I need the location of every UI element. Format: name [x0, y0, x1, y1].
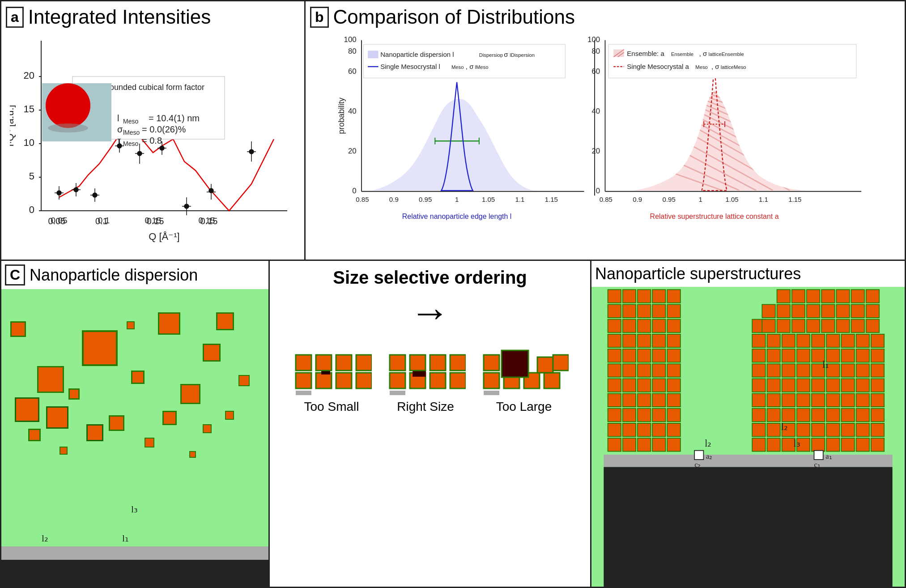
chart-b: 0 20 40 60 80 100 probability 0.85 0.9 0… — [310, 32, 900, 238]
svg-rect-277 — [767, 364, 780, 377]
svg-rect-267 — [752, 349, 766, 362]
svg-rect-317 — [826, 423, 840, 437]
svg-rect-226 — [638, 423, 651, 437]
svg-rect-253 — [807, 320, 820, 333]
svg-rect-222 — [652, 409, 666, 422]
svg-rect-201 — [638, 349, 651, 362]
svg-rect-301 — [856, 394, 870, 407]
svg-rect-241 — [762, 304, 775, 318]
svg-text:l: l — [117, 113, 119, 123]
sso-right-size: Right Size — [385, 339, 466, 414]
svg-rect-199 — [608, 349, 621, 362]
svg-text:= 10.4(1) nm: = 10.4(1) nm — [149, 113, 200, 123]
svg-rect-203 — [667, 349, 681, 362]
svg-rect-176 — [553, 355, 569, 371]
svg-rect-331 — [604, 467, 892, 587]
svg-rect-209 — [608, 379, 621, 392]
svg-text:5: 5 — [29, 170, 34, 182]
svg-text:l₂: l₂ — [705, 438, 711, 449]
svg-rect-302 — [871, 394, 885, 407]
chart-b-svg: 0 20 40 60 80 100 probability 0.85 0.9 0… — [310, 32, 900, 238]
svg-rect-259 — [767, 334, 780, 348]
svg-point-30 — [93, 193, 97, 197]
dispersion-scene: l₂ l₁ l₃ — [1, 285, 268, 587]
panel-middle: Size selective ordering → — [270, 261, 591, 587]
svg-rect-328 — [856, 438, 870, 452]
svg-rect-150 — [316, 373, 332, 388]
svg-rect-265 — [856, 334, 870, 348]
svg-rect-298 — [812, 394, 825, 407]
svg-rect-228 — [667, 423, 681, 437]
svg-rect-167 — [450, 355, 466, 371]
svg-rect-234 — [777, 290, 791, 303]
svg-rect-236 — [807, 290, 820, 303]
svg-rect-219 — [608, 409, 621, 422]
svg-rect-305 — [782, 409, 795, 422]
svg-rect-274 — [856, 349, 870, 362]
svg-rect-173 — [502, 350, 528, 377]
svg-rect-330 — [604, 455, 892, 467]
svg-rect-308 — [826, 409, 840, 422]
svg-rect-248 — [866, 304, 880, 318]
svg-rect-251 — [777, 320, 791, 333]
svg-rect-177 — [484, 391, 499, 395]
svg-rect-168 — [390, 391, 405, 395]
svg-rect-273 — [841, 349, 855, 362]
svg-rect-194 — [608, 334, 621, 348]
svg-rect-307 — [812, 409, 825, 422]
svg-rect-224 — [608, 423, 621, 437]
svg-text:100: 100 — [587, 35, 600, 44]
sso-title: Size selective ordering — [333, 268, 527, 287]
svg-rect-240 — [866, 290, 880, 303]
svg-rect-195 — [623, 334, 636, 348]
svg-rect-318 — [841, 423, 855, 437]
svg-rect-250 — [762, 320, 775, 333]
svg-rect-313 — [767, 423, 780, 437]
sso-too-small: Too Small — [291, 339, 372, 414]
svg-text:1.1: 1.1 — [515, 196, 524, 203]
svg-rect-315 — [797, 423, 810, 437]
svg-rect-180 — [623, 290, 636, 303]
svg-rect-151 — [336, 373, 352, 388]
svg-rect-254 — [821, 320, 835, 333]
panel-a-title: Integrated Intensities — [28, 6, 211, 28]
svg-rect-327 — [841, 438, 855, 452]
svg-text:Ensemble: a: Ensemble: a — [627, 50, 664, 57]
svg-rect-191 — [638, 320, 651, 333]
svg-rect-290 — [826, 379, 840, 392]
panel-right-header: Nanoparticle superstructures — [591, 261, 905, 287]
svg-rect-303 — [752, 409, 766, 422]
svg-point-58 — [46, 83, 90, 128]
svg-text:0.85: 0.85 — [600, 196, 613, 203]
svg-rect-310 — [856, 409, 870, 422]
svg-text:0.15: 0.15 — [145, 216, 161, 225]
svg-rect-188 — [667, 304, 681, 318]
top-row: a Integrated Intensities 0 5 10 15 20 — [1, 1, 905, 261]
svg-rect-155 — [316, 355, 332, 371]
svg-text:20: 20 — [591, 147, 600, 155]
svg-rect-175 — [537, 357, 553, 373]
svg-text:probability: probability — [337, 98, 346, 134]
svg-rect-198 — [667, 334, 681, 348]
svg-rect-326 — [826, 438, 840, 452]
svg-rect-258 — [752, 334, 766, 348]
svg-rect-152 — [356, 373, 372, 388]
svg-rect-263 — [826, 334, 840, 348]
svg-point-27 — [74, 187, 78, 192]
panel-a-header: a Integrated Intensities — [6, 6, 300, 28]
cat-too-small: Too Small — [304, 400, 359, 414]
svg-rect-239 — [851, 290, 864, 303]
too-small-scene — [291, 339, 372, 397]
svg-text:Relative nanoparticle edge len: Relative nanoparticle edge length l — [402, 213, 512, 220]
svg-text:0.05: 0.05 — [51, 216, 67, 225]
svg-text:60: 60 — [348, 67, 357, 76]
svg-rect-320 — [871, 423, 885, 437]
svg-text:1.15: 1.15 — [788, 196, 801, 203]
svg-text:a₁: a₁ — [825, 452, 832, 460]
svg-rect-208 — [667, 364, 681, 377]
svg-text:Nanoparticle dispersion l: Nanoparticle dispersion l — [380, 51, 454, 58]
svg-rect-278 — [782, 364, 795, 377]
svg-rect-233 — [667, 438, 681, 452]
svg-text:15: 15 — [23, 103, 34, 115]
svg-text:c₂: c₂ — [694, 460, 701, 469]
